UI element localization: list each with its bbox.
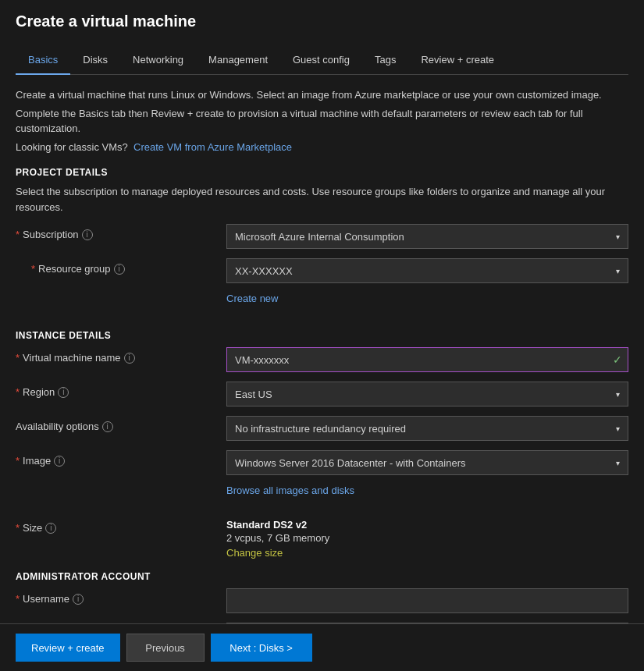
tab-basics[interactable]: Basics — [16, 46, 70, 75]
region-row: * Region i East US ▾ — [16, 382, 628, 407]
vm-name-row: * Virtual machine name i ✓ — [16, 347, 628, 372]
region-info-icon[interactable]: i — [58, 387, 69, 398]
review-create-button[interactable]: Review + create — [16, 634, 120, 662]
vm-name-label: * Virtual machine name i — [16, 347, 226, 364]
username-input[interactable] — [226, 588, 628, 613]
resource-group-row: * Resource group i XX-XXXXXX ▾ — [16, 258, 628, 283]
description-box: Create a virtual machine that runs Linux… — [16, 87, 628, 154]
region-control: East US ▾ — [226, 382, 628, 407]
size-row: * Size i Standard DS2 v2 2 vcpus, 7 GB m… — [16, 519, 628, 559]
size-details: 2 vcpus, 7 GB memory — [226, 532, 628, 544]
tab-disks[interactable]: Disks — [70, 46, 120, 75]
tab-guest-config[interactable]: Guest config — [280, 46, 362, 75]
previous-button[interactable]: Previous — [126, 634, 205, 662]
size-info-container: Standard DS2 v2 2 vcpus, 7 GB memory Cha… — [226, 519, 628, 559]
resource-group-label-container: * Resource group i — [16, 258, 226, 275]
bottom-toolbar: Review + create Previous Next : Disks > — [0, 623, 644, 671]
classic-prefix: Looking for classic VMs? — [16, 141, 128, 153]
resource-group-info-icon[interactable]: i — [114, 264, 125, 275]
size-name: Standard DS2 v2 — [226, 519, 628, 531]
resource-group-dropdown-arrow: ▾ — [616, 267, 620, 275]
browse-link-control: Browse all images and disks — [226, 485, 628, 496]
browse-images-row: Browse all images and disks — [16, 485, 628, 509]
username-label: * Username i — [16, 588, 226, 605]
image-info-icon[interactable]: i — [54, 456, 65, 467]
create-new-link[interactable]: Create new — [226, 293, 278, 304]
project-details-header: PROJECT DETAILS — [16, 167, 628, 178]
description-line1: Create a virtual machine that runs Linux… — [16, 87, 628, 103]
vm-name-check-icon: ✓ — [613, 353, 622, 366]
resource-group-required: * — [31, 263, 35, 275]
region-dropdown[interactable]: East US ▾ — [226, 382, 628, 407]
page-title: Create a virtual machine — [16, 12, 628, 30]
subscription-info-icon[interactable]: i — [82, 229, 93, 240]
username-control — [226, 588, 628, 613]
tab-tags[interactable]: Tags — [362, 46, 408, 75]
username-row: * Username i — [16, 588, 628, 613]
next-button[interactable]: Next : Disks > — [211, 634, 312, 662]
instance-details-header: INSTANCE DETAILS — [16, 330, 628, 341]
create-vm-link[interactable]: Create VM from Azure Marketplace — [133, 141, 292, 153]
tabs-container: Basics Disks Networking Management Guest… — [16, 46, 628, 75]
image-dropdown[interactable]: Windows Server 2016 Datacenter - with Co… — [226, 450, 628, 475]
vm-name-required: * — [16, 352, 20, 364]
subscription-label: * Subscription i — [16, 224, 226, 240]
region-label: * Region i — [16, 382, 226, 398]
resource-group-dropdown[interactable]: XX-XXXXXX ▾ — [226, 258, 628, 283]
availability-dropdown-arrow: ▾ — [616, 424, 620, 433]
subscription-dropdown[interactable]: Microsoft Azure Internal Consumption ▾ — [226, 224, 628, 249]
vm-name-info-icon[interactable]: i — [124, 353, 135, 364]
size-info-icon[interactable]: i — [45, 523, 56, 534]
availability-dropdown[interactable]: No infrastructure redundancy required ▾ — [226, 416, 628, 441]
browse-images-link[interactable]: Browse all images and disks — [226, 485, 354, 496]
size-label: * Size i — [16, 519, 226, 534]
size-required: * — [16, 522, 20, 534]
resource-group-control: XX-XXXXXX ▾ — [226, 258, 628, 283]
description-line2: Complete the Basics tab then Review + cr… — [16, 106, 628, 137]
tab-networking[interactable]: Networking — [120, 46, 196, 75]
availability-label: Availability options i — [16, 416, 226, 432]
image-required: * — [16, 455, 20, 467]
subscription-control: Microsoft Azure Internal Consumption ▾ — [226, 224, 628, 249]
availability-control: No infrastructure redundancy required ▾ — [226, 416, 628, 441]
vm-name-input[interactable] — [226, 347, 628, 372]
subscription-required: * — [16, 229, 20, 240]
change-size-link[interactable]: Change size — [226, 547, 628, 559]
admin-account-header: ADMINISTRATOR ACCOUNT — [16, 571, 628, 582]
image-dropdown-arrow: ▾ — [616, 459, 620, 467]
username-info-icon[interactable]: i — [73, 594, 84, 605]
project-details-desc: Select the subscription to manage deploy… — [16, 184, 628, 215]
availability-row: Availability options i No infrastructure… — [16, 416, 628, 441]
classic-vm-line: Looking for classic VMs? Create VM from … — [16, 140, 628, 155]
subscription-dropdown-arrow: ▾ — [616, 233, 620, 241]
username-required: * — [16, 593, 20, 605]
subscription-row: * Subscription i Microsoft Azure Interna… — [16, 224, 628, 249]
image-control: Windows Server 2016 Datacenter - with Co… — [226, 450, 628, 475]
region-dropdown-arrow: ▾ — [616, 390, 620, 399]
tab-management[interactable]: Management — [196, 46, 280, 75]
create-new-row: Create new — [16, 293, 628, 318]
vm-name-control: ✓ — [226, 347, 628, 372]
image-row: * Image i Windows Server 2016 Datacenter… — [16, 450, 628, 475]
tab-review-create[interactable]: Review + create — [408, 46, 507, 75]
region-required: * — [16, 386, 20, 398]
image-label: * Image i — [16, 450, 226, 467]
availability-info-icon[interactable]: i — [102, 421, 113, 432]
create-new-control: Create new — [226, 293, 628, 304]
